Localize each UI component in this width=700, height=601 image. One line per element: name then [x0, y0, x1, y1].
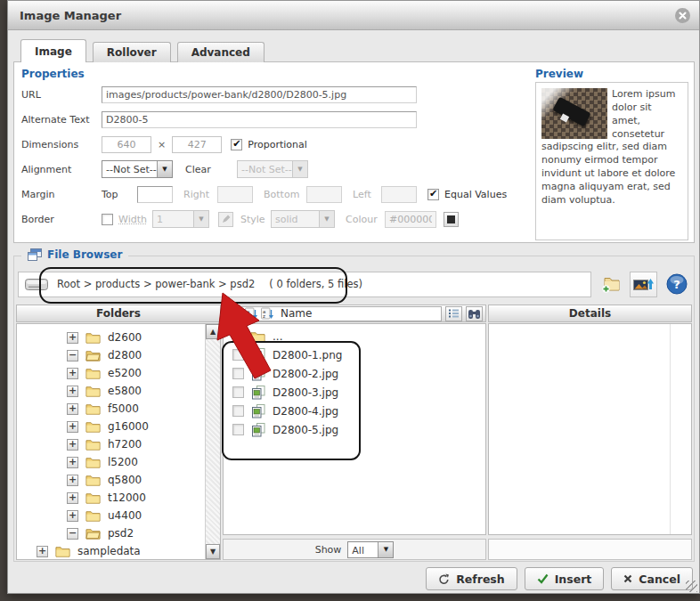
height-input[interactable]	[172, 136, 222, 153]
dimensions-label: Dimensions	[21, 139, 102, 150]
expand-icon[interactable]: +	[67, 439, 78, 451]
sort-desc-icon[interactable]: a z	[261, 307, 273, 321]
expand-icon[interactable]: +	[67, 457, 78, 468]
binoculars-icon	[468, 308, 481, 320]
resize-handle[interactable]	[686, 581, 697, 592]
alignment-select[interactable]: --Not Set-- ▼	[102, 160, 173, 178]
select-all-checkbox[interactable]	[230, 308, 241, 320]
file-checkbox[interactable]	[232, 386, 244, 398]
file-checkbox[interactable]	[232, 405, 244, 417]
expand-icon[interactable]: +	[67, 386, 78, 397]
tab-rollover[interactable]: Rollover	[93, 42, 171, 62]
tree-item-e5200[interactable]: + e5200	[17, 364, 220, 382]
scroll-down-button[interactable]: ▼	[206, 544, 220, 559]
insert-button[interactable]: Insert	[525, 567, 605, 590]
file-item-D2800-3.jpg[interactable]: D2800-3.jpg	[224, 383, 485, 402]
tree-item-label: g16000	[108, 420, 149, 433]
expand-icon[interactable]: +	[67, 368, 78, 379]
expand-icon[interactable]: +	[37, 546, 48, 557]
tree-item-l5200[interactable]: + l5200	[17, 453, 220, 471]
view-mode-button[interactable]	[445, 306, 462, 321]
chevron-down-icon: ▼	[378, 542, 393, 557]
refresh-button[interactable]: Refresh	[426, 567, 517, 590]
dimensions-row: Dimensions × Proportional	[21, 135, 307, 153]
tree-item-label: q5800	[108, 474, 142, 486]
alignment-row: Alignment --Not Set-- ▼ Clear --Not Set-…	[21, 160, 308, 178]
file-item-D2800-1.png[interactable]: D2800-1.png	[224, 345, 485, 364]
preview-pane: Lorem ipsum dolor sit amet, consetetur s…	[535, 82, 688, 240]
upload-button[interactable]	[630, 272, 657, 297]
expand-icon[interactable]: +	[67, 332, 78, 344]
file-checkbox[interactable]	[232, 424, 244, 435]
proportional-checkbox[interactable]	[231, 139, 242, 150]
margin-top-input[interactable]	[137, 186, 173, 203]
tree-scrollbar[interactable]: ▲ ▼	[205, 324, 220, 559]
file-item-D2800-4.jpg[interactable]: D2800-4.jpg	[224, 402, 485, 420]
margin-top-label: Top	[102, 189, 137, 200]
preview-heading: Preview	[535, 68, 583, 80]
equal-values-label: Equal Values	[444, 189, 507, 200]
tree-item-t12000[interactable]: + t12000	[17, 489, 220, 507]
border-checkbox[interactable]	[102, 214, 113, 225]
search-button[interactable]	[466, 306, 483, 321]
folder-icon	[85, 367, 101, 379]
width-input[interactable]	[102, 136, 151, 153]
collapse-icon[interactable]: −	[67, 528, 78, 540]
url-input[interactable]	[102, 86, 417, 103]
drive-icon	[25, 277, 48, 292]
cancel-button[interactable]: Cancel	[611, 567, 693, 590]
file-item-D2800-2.jpg[interactable]: D2800-2.jpg	[224, 364, 485, 383]
tree-item-h7200[interactable]: + h7200	[17, 435, 220, 453]
breadcrumb[interactable]: Root > products > power-bank > psd2	[57, 278, 255, 290]
folder-icon	[85, 385, 101, 397]
expand-icon[interactable]: +	[67, 403, 78, 415]
file-item-D2800-5.jpg[interactable]: D2800-5.jpg	[224, 420, 485, 439]
dialog-title: Image Manager	[20, 9, 121, 22]
tree-item-e5800[interactable]: + e5800	[17, 382, 220, 400]
help-button[interactable]: ?	[663, 272, 690, 297]
collapse-icon[interactable]: −	[67, 350, 78, 361]
sort-asc-icon[interactable]: a z	[245, 307, 257, 321]
image-file-icon	[251, 423, 265, 437]
tree-item-q5800[interactable]: + q5800	[17, 471, 220, 489]
expand-icon[interactable]: +	[67, 510, 78, 522]
folder-icon	[85, 420, 101, 433]
show-select[interactable]: All ▼	[347, 541, 394, 558]
file-name: D2800-4.jpg	[273, 405, 338, 418]
page-background: Image Manager ImageRolloverAdvanced Prop…	[0, 0, 700, 601]
tree-item-f5000[interactable]: + f5000	[17, 400, 220, 418]
tree-item-u4400[interactable]: + u4400	[17, 507, 220, 524]
details-bottom-strip	[488, 539, 692, 560]
colour-swatch	[447, 215, 455, 223]
expand-icon[interactable]: +	[67, 475, 78, 486]
file-checkbox[interactable]	[232, 368, 244, 379]
file-name: D2800-2.jpg	[273, 368, 338, 380]
breadcrumb-count: ( 0 folders, 5 files)	[269, 278, 362, 290]
close-icon	[679, 12, 687, 20]
parent-folder-label: ...	[273, 330, 282, 343]
tree-item-d2600[interactable]: + d2600	[17, 329, 220, 346]
file-browser-heading: File Browser	[47, 248, 122, 261]
parent-folder-item[interactable]: ...	[224, 327, 485, 345]
file-checkbox[interactable]	[232, 349, 244, 361]
tree-item-g16000[interactable]: + g16000	[17, 418, 220, 435]
expand-icon[interactable]: +	[67, 492, 78, 504]
scroll-up-button[interactable]: ▲	[206, 324, 220, 339]
tab-image[interactable]: Image	[20, 39, 86, 62]
new-folder-button[interactable]	[597, 272, 624, 297]
tab-advanced[interactable]: Advanced	[177, 42, 265, 62]
colour-picker-button[interactable]	[444, 212, 459, 227]
tree-item-psd2[interactable]: − psd2	[17, 524, 220, 542]
alt-text-input[interactable]	[102, 111, 417, 128]
file-browser-icon	[28, 248, 42, 261]
close-button[interactable]	[675, 8, 690, 23]
equal-values-checkbox[interactable]	[427, 189, 439, 200]
tree-item-d2800[interactable]: − d2800	[17, 346, 220, 364]
svg-text:z: z	[263, 313, 265, 319]
svg-text:z: z	[247, 313, 249, 319]
expand-icon[interactable]: +	[67, 421, 78, 433]
margin-left-label: Left	[353, 189, 381, 200]
folder-up-icon	[250, 330, 265, 343]
tree-item-sampledata[interactable]: + sampledata	[17, 542, 220, 560]
alignment-label: Alignment	[21, 164, 102, 175]
